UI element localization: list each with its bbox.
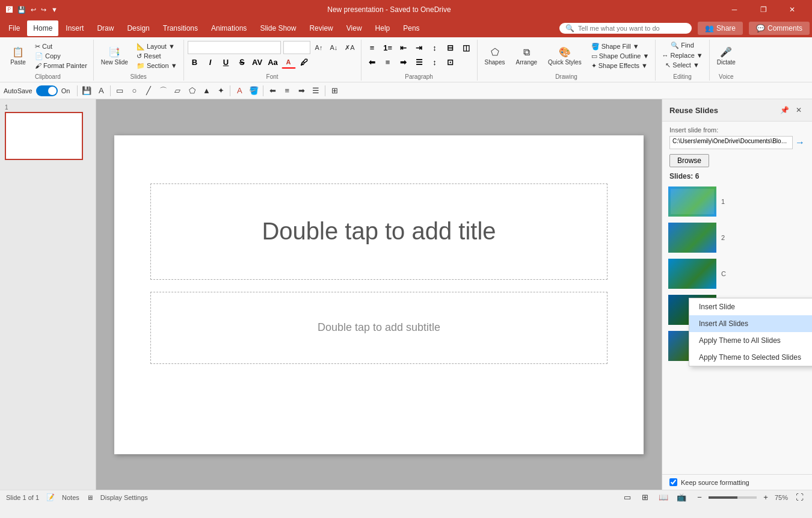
tb-align-right[interactable]: ➡ bbox=[295, 84, 308, 97]
tb-font-color[interactable]: A bbox=[233, 84, 246, 97]
presenter-view-btn[interactable]: 📺 bbox=[675, 491, 688, 504]
font-size-input[interactable]: 66 bbox=[283, 41, 310, 54]
comments-button[interactable]: 💬 Comments bbox=[749, 22, 810, 35]
align-right[interactable]: ➡ bbox=[396, 55, 411, 69]
share-button[interactable]: 👥 Share bbox=[698, 22, 743, 35]
menu-pens[interactable]: Pens bbox=[397, 20, 425, 36]
panel-close-button[interactable]: ✕ bbox=[793, 104, 805, 116]
path-input[interactable]: C:\Users\emily\OneDrive\Documents\Blog\S bbox=[669, 136, 793, 149]
menu-transitions[interactable]: Transitions bbox=[157, 20, 204, 36]
menu-review[interactable]: Review bbox=[303, 20, 339, 36]
tb-rectangle[interactable]: ▭ bbox=[113, 84, 126, 97]
quick-access-undo[interactable]: ↩ bbox=[31, 6, 36, 14]
bold-button[interactable]: B bbox=[188, 55, 202, 69]
ctx-apply-theme-all[interactable]: Apply Theme to All Slides bbox=[689, 332, 812, 349]
dictate-button[interactable]: 🎤 Dictate bbox=[713, 44, 739, 68]
autosave-toggle[interactable] bbox=[36, 85, 58, 96]
shape-effects-button[interactable]: ✦ Shape Effects ▼ bbox=[589, 61, 652, 70]
menu-slideshow[interactable]: Slide Show bbox=[254, 20, 302, 36]
tb-align-center[interactable]: ≡ bbox=[280, 84, 294, 97]
columns[interactable]: ⊟ bbox=[443, 41, 458, 54]
quick-access-redo[interactable]: ↪ bbox=[41, 6, 46, 14]
font-name-input[interactable] bbox=[188, 41, 281, 54]
slide-thumb-1[interactable]: 1 bbox=[5, 104, 91, 160]
paste-button[interactable]: 📋 Paste bbox=[6, 44, 30, 68]
tb-line[interactable]: ╱ bbox=[142, 84, 155, 97]
reading-view-btn[interactable]: 📖 bbox=[657, 491, 670, 504]
tb-align-left[interactable]: ⬅ bbox=[266, 84, 279, 97]
search-bar[interactable]: 🔍 bbox=[559, 23, 692, 34]
tb-arc[interactable]: ⌒ bbox=[156, 84, 170, 97]
numbering-button[interactable]: 1≡ bbox=[381, 41, 395, 54]
tb-parallelogram[interactable]: ▱ bbox=[171, 84, 184, 97]
reuse-slide-item-1[interactable]: 1 bbox=[667, 185, 807, 218]
quick-access-save[interactable]: 💾 bbox=[17, 6, 26, 14]
display-settings-label[interactable]: Display Settings bbox=[100, 494, 148, 501]
search-input[interactable] bbox=[578, 25, 680, 32]
menu-draw[interactable]: Draw bbox=[91, 20, 120, 36]
menu-view[interactable]: View bbox=[340, 20, 368, 36]
reuse-slide-item-c[interactable]: C bbox=[667, 257, 807, 290]
tb-triangle[interactable]: ▲ bbox=[200, 84, 213, 97]
find-button[interactable]: 🔍 Find bbox=[668, 41, 696, 50]
underline-button[interactable]: U bbox=[219, 55, 233, 69]
text-direction[interactable]: ↕ bbox=[428, 55, 442, 69]
ctx-apply-theme-selected[interactable]: Apply Theme to Selected Slides bbox=[689, 349, 812, 366]
menu-insert[interactable]: Insert bbox=[60, 20, 90, 36]
shape-outline-button[interactable]: ▭ Shape Outline ▼ bbox=[589, 52, 652, 61]
align-center[interactable]: ≡ bbox=[381, 55, 395, 69]
ctx-insert-all-slides[interactable]: Insert All Slides bbox=[689, 315, 812, 332]
increase-indent[interactable]: ⇥ bbox=[412, 41, 426, 54]
section-button[interactable]: 📁 Section ▼ bbox=[134, 61, 180, 70]
ctx-insert-slide[interactable]: Insert Slide bbox=[689, 298, 812, 315]
decrease-font-size[interactable]: A↓ bbox=[327, 43, 340, 52]
smart-art[interactable]: ◫ bbox=[459, 41, 473, 54]
decrease-indent[interactable]: ⇤ bbox=[396, 41, 411, 54]
italic-button[interactable]: I bbox=[203, 55, 218, 69]
tb-oval[interactable]: ○ bbox=[128, 84, 141, 97]
new-slide-button[interactable]: 📑 New Slide bbox=[97, 44, 132, 68]
tb-pentagon[interactable]: ⬠ bbox=[185, 84, 198, 97]
slide-thumb-image-1[interactable] bbox=[5, 112, 83, 160]
align-text[interactable]: ⊡ bbox=[443, 55, 458, 69]
subtitle-placeholder[interactable]: Double tap to add subtitle bbox=[150, 292, 607, 364]
menu-file[interactable]: File bbox=[2, 20, 26, 36]
select-button[interactable]: ↖ Select ▼ bbox=[663, 61, 702, 70]
menu-design[interactable]: Design bbox=[121, 20, 155, 36]
quick-styles-button[interactable]: 🎨 Quick Styles bbox=[544, 44, 585, 68]
justify[interactable]: ☰ bbox=[412, 55, 426, 69]
zoom-slider[interactable] bbox=[709, 496, 757, 499]
tb-justify[interactable]: ☰ bbox=[309, 84, 322, 97]
highlight-color[interactable]: 🖊 bbox=[297, 55, 312, 69]
tb-text-box[interactable]: A bbox=[94, 84, 108, 97]
reset-button[interactable]: ↺ Reset bbox=[134, 52, 180, 61]
zoom-in-btn[interactable]: + bbox=[759, 491, 772, 504]
shapes-button[interactable]: ⬠ Shapes bbox=[481, 44, 509, 68]
format-painter-button[interactable]: 🖌 Format Painter bbox=[32, 61, 90, 70]
copy-button[interactable]: 📄 Copy bbox=[32, 52, 90, 61]
increase-font-size[interactable]: A↑ bbox=[313, 43, 325, 52]
strikethrough-button[interactable]: S̶ bbox=[235, 55, 249, 69]
customize-quick-access[interactable]: ▼ bbox=[51, 6, 58, 13]
notes-label[interactable]: Notes bbox=[62, 494, 79, 501]
align-left[interactable]: ⬅ bbox=[365, 55, 380, 69]
shape-fill-button[interactable]: 🪣 Shape Fill ▼ bbox=[589, 42, 652, 51]
arrange-button[interactable]: ⧉ Arrange bbox=[512, 45, 541, 68]
path-arrow-icon[interactable]: → bbox=[795, 137, 805, 148]
menu-animations[interactable]: Animations bbox=[205, 20, 253, 36]
character-spacing[interactable]: AV bbox=[250, 55, 265, 69]
tb-fill-color[interactable]: 🪣 bbox=[247, 84, 260, 97]
tb-more[interactable]: ⊞ bbox=[328, 84, 341, 97]
minimize-button[interactable]: ─ bbox=[721, 0, 748, 19]
menu-home[interactable]: Home bbox=[27, 20, 58, 36]
restore-button[interactable]: ❐ bbox=[749, 0, 777, 19]
cut-button[interactable]: ✂ Cut bbox=[32, 42, 90, 51]
font-color-button[interactable]: A bbox=[281, 55, 296, 69]
title-placeholder[interactable]: Double tap to add title bbox=[150, 183, 607, 280]
slide-canvas[interactable]: Double tap to add title Double tap to ad… bbox=[114, 135, 644, 454]
tb-save[interactable]: 💾 bbox=[80, 84, 93, 97]
normal-view-btn[interactable]: ▭ bbox=[621, 491, 634, 504]
layout-button[interactable]: 📐 Layout ▼ bbox=[134, 42, 180, 51]
keep-source-checkbox[interactable] bbox=[669, 478, 677, 486]
replace-button[interactable]: ↔ Replace ▼ bbox=[659, 51, 705, 60]
